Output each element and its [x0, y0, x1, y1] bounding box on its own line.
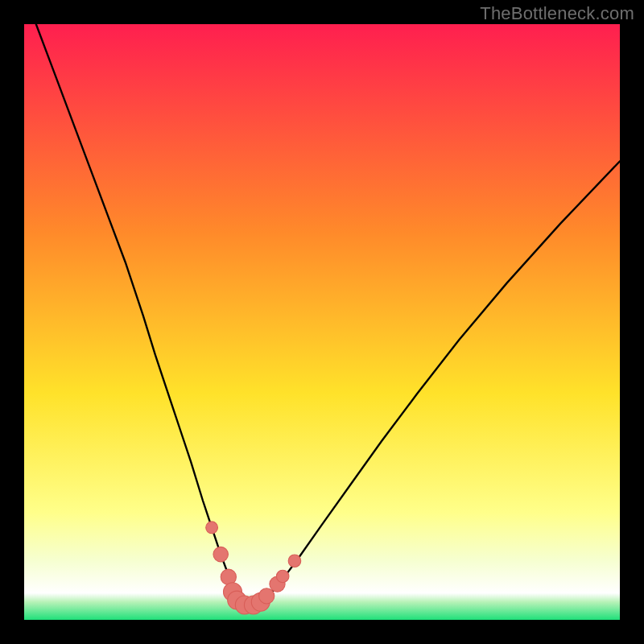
- curve-marker: [276, 570, 289, 583]
- curve-marker: [288, 555, 301, 568]
- chart-plot: [24, 24, 620, 620]
- chart-frame: TheBottleneck.com: [0, 0, 644, 644]
- watermark-text: TheBottleneck.com: [480, 3, 634, 24]
- gradient-background: [24, 24, 620, 620]
- curve-marker: [206, 522, 218, 534]
- curve-marker: [213, 547, 229, 562]
- curve-marker: [259, 588, 275, 604]
